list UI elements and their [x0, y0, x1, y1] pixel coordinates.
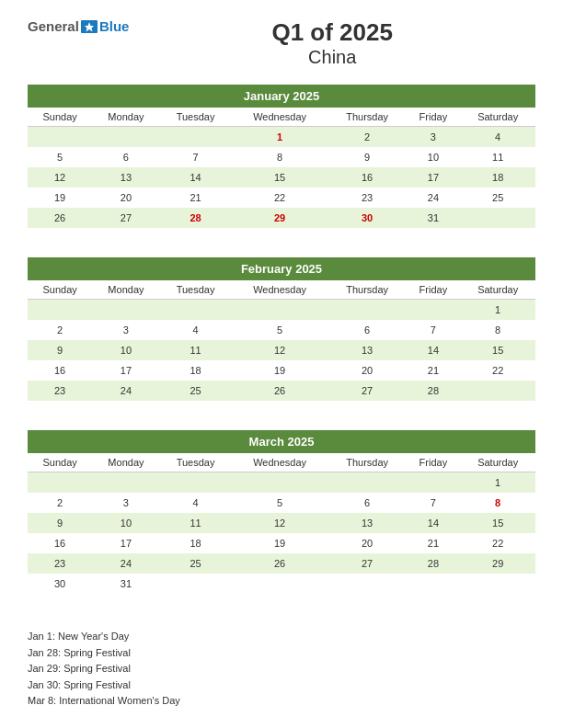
cal-day — [28, 472, 92, 494]
cal-day: 23 — [328, 188, 407, 208]
day-header: Sunday — [28, 280, 92, 300]
cal-day: 10 — [92, 340, 159, 360]
cal-day: 21 — [407, 360, 461, 381]
cal-day: 25 — [160, 381, 232, 401]
day-header: Saturday — [460, 108, 535, 127]
cal-day: 20 — [92, 188, 159, 208]
day-header: Monday — [92, 453, 159, 472]
cal-day: 18 — [160, 533, 232, 553]
calendar-2: February 2025SundayMondayTuesdayWednesda… — [28, 257, 535, 401]
cal-day: 9 — [28, 340, 92, 360]
cal-day — [460, 574, 535, 594]
cal-day: 10 — [92, 513, 159, 533]
cal-day: 7 — [160, 147, 232, 167]
cal-day: 16 — [28, 533, 92, 553]
cal-day: 5 — [231, 493, 327, 513]
day-header: Saturday — [460, 280, 535, 300]
cal-day: 26 — [231, 553, 327, 574]
day-header: Tuesday — [160, 280, 232, 300]
cal-day: 14 — [407, 340, 461, 360]
cal-day: 20 — [328, 360, 407, 381]
cal-day: 7 — [407, 320, 461, 340]
cal-day: 31 — [92, 574, 159, 594]
cal-day: 15 — [460, 513, 535, 533]
cal-day: 30 — [28, 574, 92, 594]
cal-day — [160, 127, 232, 148]
cal-day: 13 — [328, 340, 407, 360]
cal-day: 25 — [160, 553, 232, 574]
cal-day — [328, 300, 407, 321]
cal-day: 4 — [160, 320, 232, 340]
cal-day — [28, 300, 92, 321]
cal-table: SundayMondayTuesdayWednesdayThursdayFrid… — [28, 453, 535, 594]
cal-day: 19 — [28, 188, 92, 208]
holidays-section: Jan 1: New Year's DayJan 28: Spring Fest… — [28, 629, 535, 710]
day-header: Sunday — [28, 108, 92, 127]
cal-day — [231, 472, 327, 494]
cal-day: 12 — [231, 513, 327, 533]
cal-day: 11 — [160, 340, 232, 360]
day-header: Friday — [407, 280, 461, 300]
cal-day — [160, 472, 232, 494]
cal-day — [460, 381, 535, 401]
cal-day: 29 — [460, 553, 535, 574]
cal-day: 14 — [407, 513, 461, 533]
cal-day: 15 — [231, 167, 327, 188]
cal-day: 5 — [28, 147, 92, 167]
cal-table: SundayMondayTuesdayWednesdayThursdayFrid… — [28, 108, 535, 228]
cal-day: 8 — [231, 147, 327, 167]
page-subtitle: China — [129, 47, 535, 68]
cal-day — [407, 574, 461, 594]
cal-day: 27 — [328, 553, 407, 574]
cal-day — [407, 300, 461, 321]
cal-day — [92, 300, 159, 321]
day-header: Thursday — [328, 280, 407, 300]
cal-day: 15 — [460, 340, 535, 360]
calendars-container: January 2025SundayMondayTuesdayWednesday… — [28, 85, 535, 623]
cal-day — [92, 127, 159, 148]
day-header: Saturday — [460, 453, 535, 472]
cal-day — [460, 208, 535, 228]
day-header: Tuesday — [160, 453, 232, 472]
holidays-list: Jan 1: New Year's DayJan 28: Spring Fest… — [28, 629, 535, 710]
cal-day — [231, 574, 327, 594]
cal-day: 24 — [407, 188, 461, 208]
cal-day: 13 — [328, 513, 407, 533]
day-header: Sunday — [28, 453, 92, 472]
cal-day: 3 — [92, 320, 159, 340]
logo-flag-icon — [81, 20, 98, 33]
cal-day: 28 — [407, 381, 461, 401]
cal-day: 2 — [28, 320, 92, 340]
cal-day: 1 — [460, 300, 535, 321]
cal-day: 17 — [407, 167, 461, 188]
cal-day: 27 — [328, 381, 407, 401]
cal-day: 21 — [407, 533, 461, 553]
cal-day: 13 — [92, 167, 159, 188]
logo-area: General Blue — [28, 18, 129, 34]
cal-day: 4 — [460, 127, 535, 148]
logo-blue: Blue — [99, 18, 130, 34]
day-header: Wednesday — [231, 280, 327, 300]
cal-day: 3 — [92, 493, 159, 513]
cal-day — [160, 574, 232, 594]
month-header: January 2025 — [28, 85, 535, 108]
cal-day: 5 — [231, 320, 327, 340]
cal-day — [28, 127, 92, 148]
month-header: February 2025 — [28, 257, 535, 280]
cal-day: 17 — [92, 360, 159, 381]
cal-day — [407, 472, 461, 494]
cal-day: 21 — [160, 188, 232, 208]
cal-day: 22 — [460, 360, 535, 381]
cal-day: 23 — [28, 553, 92, 574]
cal-day: 19 — [231, 533, 327, 553]
day-header: Monday — [92, 280, 159, 300]
cal-day: 17 — [92, 533, 159, 553]
cal-day: 18 — [160, 360, 232, 381]
day-header: Tuesday — [160, 108, 232, 127]
day-header: Friday — [407, 453, 461, 472]
cal-day: 9 — [328, 147, 407, 167]
cal-day: 16 — [328, 167, 407, 188]
cal-day: 14 — [160, 167, 232, 188]
holiday-item: Jan 29: Spring Festival — [28, 661, 535, 677]
cal-day: 28 — [160, 208, 232, 228]
